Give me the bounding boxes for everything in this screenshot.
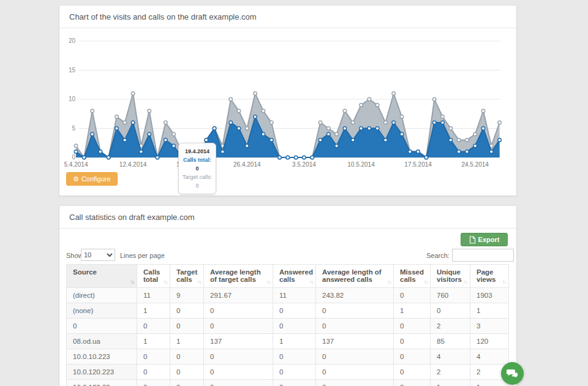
column-header-average-length-of-answered-calls[interactable]: Average length of answered calls↑↓ — [316, 265, 394, 288]
value-cell: 0 — [431, 303, 470, 319]
column-header-calls-total[interactable]: Calls total↑↓ — [137, 265, 170, 288]
page-size-select[interactable]: 10 — [81, 249, 115, 261]
tooltip-calls-total: Calls total: 0 — [182, 156, 213, 173]
sort-icon: ↑↓ — [309, 279, 313, 285]
table-row: 08.od.ua111371137085120 — [67, 334, 509, 349]
chat-button[interactable] — [501, 362, 524, 385]
svg-text:10.5.2014: 10.5.2014 — [347, 161, 375, 168]
svg-text:15: 15 — [69, 67, 76, 74]
table-row: (direct)119291.6711243.8207601903 — [67, 288, 509, 303]
source-cell: 08.od.ua — [67, 334, 137, 349]
value-cell: 0 — [170, 349, 204, 365]
column-header-source[interactable]: Source↑↓ — [67, 265, 137, 288]
value-cell: 0 — [273, 380, 316, 386]
column-label: Page views — [477, 268, 496, 283]
tooltip-date: 19.4.2014 — [182, 147, 213, 156]
value-cell: 0 — [137, 349, 170, 365]
value-cell: 4 — [431, 349, 470, 365]
value-cell: 4 — [470, 349, 509, 365]
table-row: (none)10000101 — [67, 303, 509, 319]
value-cell: 0 — [170, 380, 204, 386]
value-cell: 0 — [394, 349, 431, 365]
value-cell: 1 — [470, 380, 509, 386]
chart-tooltip: 19.4.2014 Calls total: 0 Target calls: 0 — [178, 143, 216, 194]
value-cell: 0 — [204, 303, 273, 319]
source-cell: 0 — [67, 319, 137, 334]
column-header-answered-calls[interactable]: Answered calls↑↓ — [273, 265, 316, 288]
svg-text:17.5.2014: 17.5.2014 — [404, 161, 432, 168]
source-cell: (direct) — [67, 288, 137, 303]
table-head: Source↑↓Calls total↑↓Target calls↑↓Avera… — [67, 265, 509, 288]
column-label: Target calls — [176, 268, 197, 283]
table-body: (direct)119291.6711243.8207601903(none)1… — [67, 288, 509, 386]
value-cell: 0 — [316, 380, 394, 386]
column-label: Average length of answered calls — [322, 268, 382, 283]
export-file-icon — [469, 236, 476, 244]
value-cell: 1 — [431, 380, 470, 386]
value-cell: 0 — [394, 319, 431, 334]
tooltip-target-calls: Target calls: 0 — [182, 173, 213, 190]
lines-per-page-label: Lines per page — [120, 252, 165, 259]
column-header-missed-calls[interactable]: Missed calls↑↓ — [394, 265, 431, 288]
value-cell: 0 — [394, 334, 431, 349]
sort-icon: ↑↓ — [464, 279, 467, 285]
value-cell: 1 — [273, 334, 316, 349]
value-cell: 0 — [316, 365, 394, 380]
column-label: Average length of target calls — [210, 268, 261, 283]
column-label: Answered calls — [279, 268, 313, 283]
value-cell: 0 — [394, 288, 431, 303]
value-cell: 0 — [273, 303, 316, 319]
value-cell: 0 — [273, 349, 316, 365]
column-header-page-views[interactable]: Page views↑↓ — [470, 265, 509, 288]
table-panel-title: Call statistics on draft example.com — [59, 206, 516, 229]
search-input[interactable] — [452, 249, 514, 262]
column-header-unique-visitors[interactable]: Unique visitors↑↓ — [431, 265, 470, 288]
sort-icon: ↑↓ — [197, 279, 201, 285]
column-label: Source — [73, 268, 97, 276]
svg-text:12.4.2014: 12.4.2014 — [119, 161, 147, 168]
value-cell: 0 — [137, 365, 170, 380]
area-chart-svg[interactable]: 051015205.4.201412.4.201419.4.201426.4.2… — [64, 32, 513, 172]
sort-icon: ↑↓ — [424, 279, 428, 285]
value-cell: 1 — [394, 303, 431, 319]
column-header-average-length-of-target-calls[interactable]: Average length of target calls↑↓ — [204, 265, 273, 288]
call-statistics-table: Source↑↓Calls total↑↓Target calls↑↓Avera… — [66, 264, 509, 386]
column-header-target-calls[interactable]: Target calls↑↓ — [170, 265, 204, 288]
value-cell: 3 — [470, 319, 509, 334]
svg-text:10: 10 — [69, 96, 76, 102]
configure-button[interactable]: ⚙Configure — [66, 172, 118, 186]
svg-text:20: 20 — [69, 37, 76, 44]
value-cell: 0 — [204, 349, 273, 365]
visits-calls-chart[interactable]: 051015205.4.201412.4.201419.4.201426.4.2… — [64, 32, 513, 172]
value-cell: 0 — [394, 380, 431, 386]
table-row: 10.0.120.22300000022 — [67, 365, 509, 380]
value-cell: 0 — [316, 349, 394, 365]
value-cell: 0 — [137, 319, 170, 334]
value-cell: 9 — [170, 288, 204, 303]
export-button[interactable]: Export — [461, 233, 508, 246]
svg-text:26.4.2014: 26.4.2014 — [233, 161, 261, 168]
svg-text:5: 5 — [72, 125, 75, 132]
sort-icon: ↑↓ — [164, 279, 167, 285]
svg-text:5.4.2014: 5.4.2014 — [64, 161, 88, 168]
source-cell: 10.0.120.223 — [67, 365, 137, 380]
table-row: 000000023 — [67, 319, 509, 334]
value-cell: 1 — [137, 334, 170, 349]
source-cell: 10.0.120.89 — [67, 380, 137, 386]
table-controls: Show 10 Lines per page Search: — [66, 249, 508, 262]
value-cell: 0 — [204, 319, 273, 334]
svg-text:24.5.2014: 24.5.2014 — [461, 161, 489, 168]
value-cell: 1 — [170, 334, 204, 349]
source-cell: (none) — [67, 303, 137, 319]
value-cell: 137 — [316, 334, 394, 349]
value-cell: 85 — [431, 334, 470, 349]
value-cell: 0 — [273, 319, 316, 334]
value-cell: 1 — [470, 303, 509, 319]
column-label: Missed calls — [400, 268, 424, 283]
value-cell: 0 — [137, 380, 170, 386]
call-statistics-panel: Call statistics on draft example.com Exp… — [59, 205, 517, 386]
value-cell: 0 — [316, 303, 394, 319]
sort-icon: ↑↓ — [387, 279, 391, 285]
sort-icon: ↑↓ — [130, 279, 134, 285]
value-cell: 120 — [470, 334, 509, 349]
